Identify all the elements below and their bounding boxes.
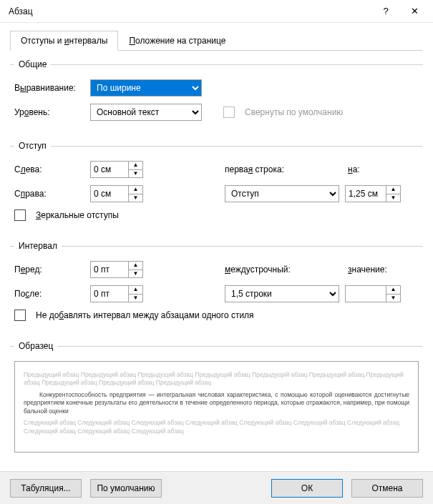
label-indent-right: Справа: <box>14 189 84 199</box>
spinner-up-icon[interactable]: ▲ <box>129 286 142 295</box>
preview-box: Предыдущий абзац Предыдущий абзац Предыд… <box>14 361 419 453</box>
legend-general: Общие <box>14 59 51 69</box>
spinner-spacing-value[interactable]: ▲▼ <box>345 285 401 302</box>
legend-indent: Отступ <box>14 141 51 151</box>
select-alignment[interactable]: По ширине <box>90 79 202 97</box>
spinner-down-icon[interactable]: ▼ <box>129 194 142 202</box>
footer: Табуляция... По умолчанию ОК Отмена <box>0 471 433 504</box>
window-title: Абзац <box>9 6 371 16</box>
close-button[interactable]: ✕ <box>400 1 429 21</box>
label-collapsed: Свернуты по умолчанию <box>245 107 343 117</box>
tab-page-position[interactable]: Положение на странице <box>118 31 236 51</box>
titlebar: Абзац ? ✕ <box>0 0 433 23</box>
select-line-spacing[interactable]: 1,5 строки <box>225 285 339 302</box>
button-cancel[interactable]: Отмена <box>351 479 423 498</box>
legend-spacing: Интервал <box>14 241 62 251</box>
button-ok[interactable]: ОК <box>271 479 343 498</box>
spinner-down-icon[interactable]: ▼ <box>386 295 400 302</box>
checkbox-collapsed <box>223 107 235 118</box>
button-tabs[interactable]: Табуляция... <box>10 479 82 498</box>
spinner-up-icon[interactable]: ▲ <box>129 186 142 194</box>
label-indent-by: на: <box>348 164 360 174</box>
label-line-spacing: междустрочный: <box>225 265 305 275</box>
label-alignment: Выравнивание: <box>14 83 84 93</box>
button-default[interactable]: По умолчанию <box>90 479 162 498</box>
group-general: Общие Выравнивание: По ширине Уровень: О… <box>10 59 423 128</box>
label-first-line: первая строка: <box>225 164 305 174</box>
select-first-line[interactable]: Отступ <box>225 185 339 202</box>
tab-strip: Отступы и интервалы Положение на страниц… <box>10 30 423 51</box>
label-no-space-same-style: Не добавлять интервал между абзацами одн… <box>36 310 254 320</box>
help-button[interactable]: ? <box>371 1 400 21</box>
checkbox-mirror-indents[interactable] <box>14 209 26 221</box>
spinner-indent-by[interactable]: ▲▼ <box>345 185 401 202</box>
legend-preview: Образец <box>14 341 57 351</box>
spinner-down-icon[interactable]: ▼ <box>129 295 142 302</box>
spinner-up-icon[interactable]: ▲ <box>129 262 142 270</box>
select-level[interactable]: Основной текст <box>90 104 202 121</box>
preview-prev-para: Предыдущий абзац Предыдущий абзац Предыд… <box>24 371 409 387</box>
spinner-down-icon[interactable]: ▼ <box>386 194 400 202</box>
preview-main-text: Конкурентоспособность предприятия — инте… <box>24 391 409 415</box>
group-preview: Образец Предыдущий абзац Предыдущий абза… <box>10 341 423 453</box>
spinner-indent-right[interactable]: ▲▼ <box>90 185 143 202</box>
label-spacing-after: После: <box>14 289 84 299</box>
spinner-spacing-before[interactable]: ▲▼ <box>90 261 143 278</box>
spinner-up-icon[interactable]: ▲ <box>386 286 400 295</box>
preview-next-para: Следующий абзац Следующий абзац Следующи… <box>24 419 409 435</box>
label-spacing-before: Перед: <box>14 265 84 275</box>
label-level: Уровень: <box>14 107 84 117</box>
tab-indents-spacing[interactable]: Отступы и интервалы <box>10 31 118 51</box>
label-spacing-value: значение: <box>348 265 387 275</box>
spinner-up-icon[interactable]: ▲ <box>386 186 400 194</box>
group-indent: Отступ Слева: ▲▼ первая строка: на: Спра… <box>10 141 423 228</box>
label-indent-left: Слева: <box>14 164 84 174</box>
spinner-down-icon[interactable]: ▼ <box>129 270 142 278</box>
spinner-up-icon[interactable]: ▲ <box>129 162 142 170</box>
spinner-down-icon[interactable]: ▼ <box>129 170 142 178</box>
spinner-indent-left[interactable]: ▲▼ <box>90 161 143 178</box>
checkbox-no-space-same-style[interactable] <box>14 310 26 321</box>
spinner-spacing-after[interactable]: ▲▼ <box>90 285 143 302</box>
group-spacing: Интервал Перед: ▲▼ междустрочный: значен… <box>10 241 423 328</box>
label-mirror-indents: Зеркальные отступы <box>36 210 119 220</box>
